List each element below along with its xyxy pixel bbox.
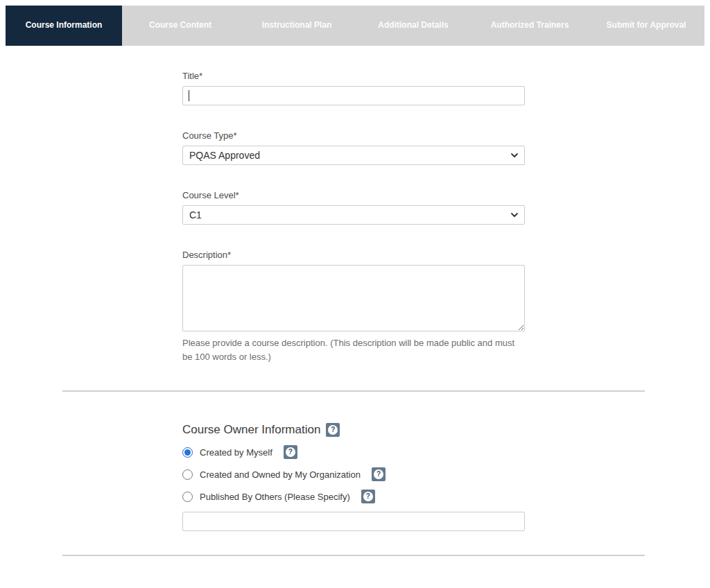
radio-owned-by-organization[interactable] [182, 469, 193, 480]
course-level-label: Course Level* [182, 190, 525, 200]
course-owner-heading: Course Owner Information [182, 423, 320, 437]
tab-additional-details[interactable]: Additional Details [355, 6, 471, 46]
course-level-select[interactable]: C1 [182, 205, 525, 225]
section-divider [62, 390, 645, 392]
tab-label: Course Content [149, 19, 211, 31]
description-label: Description* [182, 250, 525, 260]
help-icon[interactable]: ? [372, 467, 386, 481]
tab-course-information[interactable]: Course Information [6, 6, 122, 46]
section-divider [62, 555, 645, 556]
tab-label: Instructional Plan [262, 19, 332, 31]
publisher-specify-input[interactable] [182, 512, 525, 531]
radio-label[interactable]: Created and Owned by My Organization [200, 469, 365, 480]
text-cursor [189, 90, 189, 101]
help-icon[interactable]: ? [326, 423, 340, 437]
tab-label: Additional Details [378, 19, 448, 31]
tab-label: Course Information [26, 19, 103, 31]
description-textarea[interactable] [182, 265, 525, 331]
description-hint: Please provide a course description. (Th… [182, 336, 525, 364]
help-icon[interactable]: ? [361, 490, 375, 503]
course-level-field-group: Course Level* C1 [182, 190, 525, 225]
radio-published-by-others[interactable] [182, 492, 193, 502]
title-field-group: Title* [182, 71, 525, 105]
tab-instructional-plan[interactable]: Instructional Plan [239, 6, 355, 46]
course-type-field-group: Course Type* PQAS Approved [182, 130, 525, 165]
title-input[interactable] [182, 86, 525, 105]
course-type-select[interactable]: PQAS Approved [182, 146, 525, 165]
tab-label: Authorized Trainers [491, 19, 569, 31]
course-type-label: Course Type* [182, 130, 525, 141]
radio-created-by-myself[interactable] [182, 447, 193, 458]
tab-submit-for-approval[interactable]: Submit for Approval [588, 6, 704, 46]
help-icon[interactable]: ? [284, 445, 297, 459]
radio-label[interactable]: Created by Myself [200, 447, 277, 458]
course-information-form: Title* Course Type* PQAS Approved Course… [182, 71, 525, 364]
wizard-tabbar: Course Information Course Content Instru… [6, 6, 704, 46]
tab-authorized-trainers[interactable]: Authorized Trainers [471, 6, 588, 46]
tab-course-content[interactable]: Course Content [122, 6, 239, 46]
description-field-group: Description* Please provide a course des… [182, 250, 525, 364]
title-label: Title* [182, 71, 525, 81]
radio-label[interactable]: Published By Others (Please Specify) [200, 492, 354, 502]
tab-label: Submit for Approval [607, 19, 686, 31]
radio-row-owned-by-organization: Created and Owned by My Organization ? [182, 467, 525, 481]
radio-row-created-by-myself: Created by Myself ? [182, 445, 525, 459]
radio-row-published-by-others: Published By Others (Please Specify) ? [182, 490, 525, 503]
course-owner-section: Course Owner Information ? Created by My… [182, 423, 525, 531]
